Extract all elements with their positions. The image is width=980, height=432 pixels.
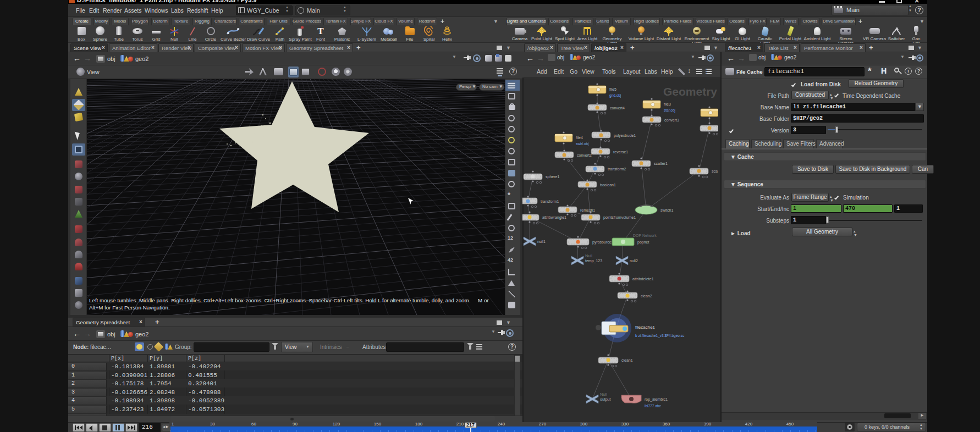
svg-text:rop_alembic1: rop_alembic1 [645,397,668,402]
svg-text:pointsfromvolume1: pointsfromvolume1 [603,215,636,220]
svg-text:b zi.filecache1_v3.$F4.bgeo.sc: b zi.filecache1_v3.$F4.bgeo.sc [635,334,685,338]
svg-text:temp_123: temp_123 [585,259,602,263]
svg-text:switch1: switch1 [660,208,673,212]
svg-text:transform1: transform1 [541,200,559,203]
svg-text:reverse1: reverse1 [613,150,628,154]
svg-text:polyextrude1: polyextrude1 [614,134,636,138]
svg-text:DOP Network: DOP Network [633,234,657,237]
svg-text:filecache1: filecache1 [635,325,656,330]
svg-text:output: output [600,397,611,402]
svg-text:convert2: convert2 [577,153,592,157]
svg-text:file5: file5 [609,87,616,91]
svg-text:star.obj: star.obj [664,108,675,113]
svg-text:popnet: popnet [637,240,649,245]
svg-text:attribdelete1: attribdelete1 [632,277,654,281]
svg-text:convert4: convert4 [610,106,625,110]
svg-text:scatter: scatter [712,169,718,173]
svg-text:swirl.obj: swirl.obj [576,142,588,146]
svg-text:convert3: convert3 [664,118,679,122]
svg-text:transform2: transform2 [608,167,626,171]
svg-text:lbl777.abc: lbl777.abc [645,404,661,408]
svg-text:scatter1: scatter1 [654,162,668,165]
svg-text:Null: Null [600,392,607,397]
svg-text:clean1: clean1 [621,358,633,362]
svg-text:remesh1: remesh1 [580,208,595,212]
svg-text:null1: null1 [537,240,546,243]
svg-text:file3: file3 [664,102,671,106]
svg-text:file4: file4 [576,136,583,140]
svg-text:clean2: clean2 [641,294,652,298]
svg-text:sphere1: sphere1 [546,175,559,179]
svg-text:grid.obj: grid.obj [609,93,621,98]
svg-text:boolean1: boolean1 [600,183,616,187]
svg-text:Null: Null [585,253,592,258]
svg-text:attribwrangle1: attribwrangle1 [542,215,566,220]
svg-text:null2: null2 [630,259,638,263]
